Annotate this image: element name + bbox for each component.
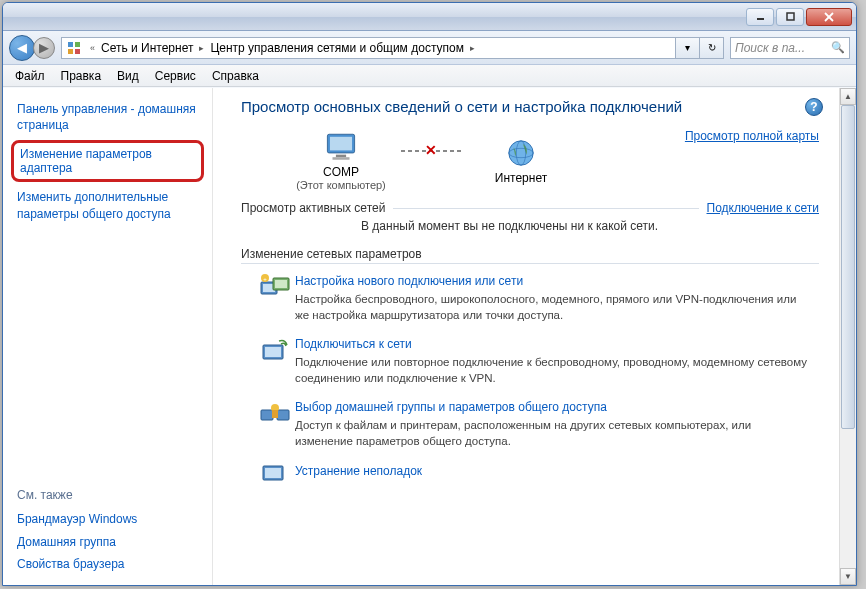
task-link[interactable]: Выбор домашней группы и параметров общег… (295, 400, 809, 414)
sidebar-firewall-link[interactable]: Брандмауэр Windows (11, 508, 204, 530)
see-also-title: См. также (11, 482, 204, 508)
menu-help[interactable]: Справка (204, 67, 267, 85)
breadcrumb-seg-2[interactable]: Центр управления сетями и общим доступом (208, 41, 466, 55)
titlebar (3, 3, 856, 31)
section-label: Просмотр активных сетей (241, 201, 385, 215)
task-link[interactable]: Устранение неполадок (295, 464, 809, 478)
see-also-block: См. также Брандмауэр Windows Домашняя гр… (11, 482, 204, 575)
svg-rect-11 (333, 157, 350, 160)
search-input[interactable]: Поиск в па... 🔍 (730, 37, 850, 59)
address-bar: ◀ ▶ « Сеть и Интернет ▸ Центр управления… (3, 31, 856, 65)
menu-edit[interactable]: Правка (53, 67, 110, 85)
connect-icon (255, 337, 295, 386)
search-icon: 🔍 (831, 41, 845, 54)
disconnected-icon: ✕ (425, 142, 437, 158)
change-settings-header: Изменение сетевых параметров (241, 247, 819, 264)
node-sublabel: (Этот компьютер) (296, 179, 386, 191)
svg-rect-7 (75, 49, 80, 54)
maximize-button[interactable] (776, 8, 804, 26)
network-map: COMP (Этот компьютер) ✕ Интернет Просмот… (241, 129, 819, 191)
task-desc: Доступ к файлам и принтерам, расположенн… (295, 417, 809, 449)
svg-rect-10 (336, 155, 346, 158)
svg-rect-26 (272, 410, 278, 418)
svg-rect-5 (75, 42, 80, 47)
svg-rect-9 (330, 137, 352, 151)
menubar: Файл Правка Вид Сервис Справка (3, 65, 856, 87)
sidebar-sharing-link[interactable]: Изменить дополнительные параметры общего… (11, 186, 204, 224)
active-networks-header: Просмотр активных сетей Подключение к се… (241, 201, 819, 215)
window: ◀ ▶ « Сеть и Интернет ▸ Центр управления… (2, 2, 857, 586)
svg-rect-18 (275, 280, 287, 288)
no-network-text: В данный момент вы не подключены ни к ка… (241, 219, 819, 233)
scroll-down-button[interactable]: ▼ (840, 568, 856, 585)
scrollbar[interactable]: ▲ ▼ (839, 88, 856, 585)
chevron-right-icon: ▸ (195, 43, 208, 53)
svg-rect-28 (265, 468, 281, 478)
monitor-icon (321, 129, 361, 165)
globe-icon (501, 135, 541, 171)
svg-rect-22 (265, 347, 281, 357)
main-panel: ? Просмотр основных сведений о сети и на… (213, 88, 839, 585)
chevron-icon: « (86, 43, 99, 53)
help-icon[interactable]: ? (805, 98, 823, 116)
connect-to-network-link[interactable]: Подключение к сети (707, 201, 819, 215)
task-desc: Подключение или повторное подключение к … (295, 354, 809, 386)
page-title: Просмотр основных сведений о сети и наст… (241, 98, 819, 115)
breadcrumb[interactable]: « Сеть и Интернет ▸ Центр управления сет… (61, 37, 676, 59)
new-connection-icon: + (255, 274, 295, 323)
sidebar-homegroup-link[interactable]: Домашняя группа (11, 531, 204, 553)
task-troubleshoot: Устранение неполадок (241, 464, 819, 484)
network-node-internet: Интернет (461, 135, 581, 185)
scroll-up-button[interactable]: ▲ (840, 88, 856, 105)
sidebar-adapter-link[interactable]: Изменение параметров адаптера (20, 147, 195, 175)
control-panel-icon (66, 40, 82, 56)
svg-rect-6 (68, 49, 73, 54)
minimize-button[interactable] (746, 8, 774, 26)
forward-button[interactable]: ▶ (33, 37, 55, 59)
svg-rect-4 (68, 42, 73, 47)
svg-rect-23 (261, 410, 273, 420)
svg-text:+: + (263, 276, 267, 282)
breadcrumb-seg-1[interactable]: Сеть и Интернет (99, 41, 195, 55)
refresh-button[interactable]: ↻ (700, 37, 724, 59)
content: Панель управления - домашняя страница Из… (3, 87, 856, 585)
svg-rect-24 (277, 410, 289, 420)
menu-file[interactable]: Файл (7, 67, 53, 85)
node-label: Интернет (495, 171, 547, 185)
homegroup-icon (255, 400, 295, 449)
task-homegroup: Выбор домашней группы и параметров общег… (241, 400, 819, 449)
sidebar-browser-link[interactable]: Свойства браузера (11, 553, 204, 575)
task-new-connection: + Настройка нового подключения или сети … (241, 274, 819, 323)
task-link[interactable]: Подключиться к сети (295, 337, 809, 351)
task-desc: Настройка беспроводного, широкополосного… (295, 291, 809, 323)
task-connect: Подключиться к сети Подключение или повт… (241, 337, 819, 386)
back-button[interactable]: ◀ (9, 35, 35, 61)
addr-dropdown-button[interactable]: ▾ (676, 37, 700, 59)
scroll-thumb[interactable] (841, 105, 855, 429)
search-placeholder: Поиск в па... (735, 41, 805, 55)
scroll-track[interactable] (840, 105, 856, 568)
troubleshoot-icon (255, 464, 295, 484)
sidebar-home-link[interactable]: Панель управления - домашняя страница (11, 98, 204, 136)
node-label: COMP (323, 165, 359, 179)
svg-point-12 (509, 141, 533, 165)
close-button[interactable] (806, 8, 852, 26)
sidebar: Панель управления - домашняя страница Из… (3, 88, 213, 585)
highlight-annotation: Изменение параметров адаптера (11, 140, 204, 182)
chevron-right-icon: ▸ (466, 43, 479, 53)
menu-view[interactable]: Вид (109, 67, 147, 85)
network-node-this-pc: COMP (Этот компьютер) (281, 129, 401, 191)
menu-service[interactable]: Сервис (147, 67, 204, 85)
svg-rect-1 (787, 13, 794, 20)
task-link[interactable]: Настройка нового подключения или сети (295, 274, 809, 288)
network-connection-line: ✕ (401, 150, 461, 152)
view-full-map-link[interactable]: Просмотр полной карты (685, 129, 819, 143)
